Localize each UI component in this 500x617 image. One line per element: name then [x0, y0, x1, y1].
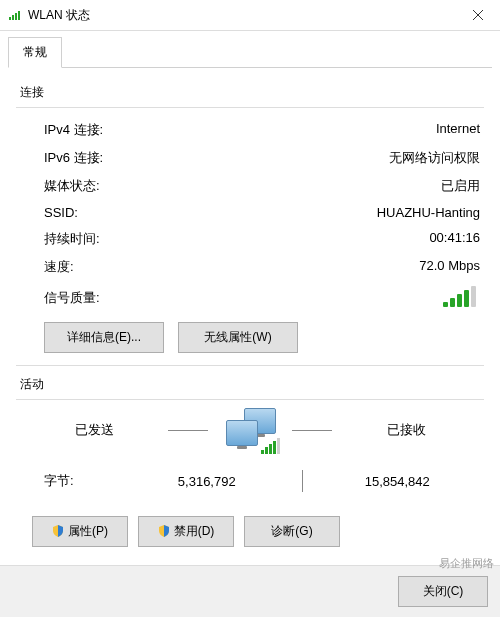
- content-area: 连接 IPv4 连接: Internet IPv6 连接: 无网络访问权限 媒体…: [0, 68, 500, 565]
- diagnose-button[interactable]: 诊断(G): [244, 516, 340, 547]
- row-ipv4: IPv4 连接: Internet: [16, 116, 484, 144]
- properties-button-label: 属性(P): [68, 524, 108, 538]
- signal-label: 信号质量:: [44, 289, 100, 307]
- activity-button-row: 属性(P) 禁用(D) 诊断(G): [16, 496, 484, 551]
- ipv4-label: IPv4 连接:: [44, 121, 103, 139]
- activity-group: 活动 已发送 已接收 字节: 5,316,792 15,854,842: [16, 376, 484, 551]
- activity-visual: 已发送 已接收: [16, 408, 484, 452]
- svg-rect-2: [15, 13, 17, 20]
- tab-general[interactable]: 常规: [8, 37, 62, 68]
- properties-button[interactable]: 属性(P): [32, 516, 128, 547]
- ssid-value: HUAZHU-Hanting: [377, 205, 480, 220]
- watermark-text: 易企推网络: [439, 556, 494, 571]
- duration-label: 持续时间:: [44, 230, 100, 248]
- bytes-row: 字节: 5,316,792 15,854,842: [16, 466, 484, 496]
- ipv4-value: Internet: [436, 121, 480, 139]
- wifi-icon: [8, 8, 22, 22]
- window-title: WLAN 状态: [28, 7, 455, 24]
- divider: [168, 430, 208, 431]
- tab-strip: 常规: [0, 31, 500, 68]
- connection-heading: 连接: [20, 84, 484, 101]
- bytes-sent-value: 5,316,792: [124, 474, 290, 489]
- row-media: 媒体状态: 已启用: [16, 172, 484, 200]
- signal-bars-icon: [443, 286, 476, 307]
- sent-label: 已发送: [34, 421, 154, 439]
- ipv6-value: 无网络访问权限: [389, 149, 480, 167]
- close-window-button[interactable]: [455, 0, 500, 30]
- divider: [16, 365, 484, 366]
- dialog-footer: 关闭(C): [0, 565, 500, 617]
- close-icon: [473, 10, 483, 20]
- received-label: 已接收: [346, 421, 466, 439]
- duration-value: 00:41:16: [429, 230, 480, 248]
- divider: [16, 399, 484, 400]
- details-button[interactable]: 详细信息(E)...: [44, 322, 164, 353]
- svg-rect-1: [12, 15, 14, 20]
- bytes-received-value: 15,854,842: [315, 474, 481, 489]
- wlan-status-window: WLAN 状态 常规 连接 IPv4 连接: Internet IPv6 连接:…: [0, 0, 500, 617]
- shield-icon: [52, 525, 64, 540]
- wireless-properties-button[interactable]: 无线属性(W): [178, 322, 298, 353]
- row-signal: 信号质量:: [16, 281, 484, 312]
- media-value: 已启用: [441, 177, 480, 195]
- ssid-label: SSID:: [44, 205, 78, 220]
- disable-button[interactable]: 禁用(D): [138, 516, 234, 547]
- close-button[interactable]: 关闭(C): [398, 576, 488, 607]
- bytes-label: 字节:: [44, 472, 124, 490]
- speed-label: 速度:: [44, 258, 74, 276]
- network-computers-icon: [222, 408, 278, 452]
- ipv6-label: IPv6 连接:: [44, 149, 103, 167]
- row-speed: 速度: 72.0 Mbps: [16, 253, 484, 281]
- titlebar: WLAN 状态: [0, 0, 500, 31]
- disable-button-label: 禁用(D): [174, 524, 215, 538]
- connection-button-row: 详细信息(E)... 无线属性(W): [16, 312, 484, 357]
- activity-heading: 活动: [20, 376, 484, 393]
- divider: [302, 470, 303, 492]
- divider: [292, 430, 332, 431]
- speed-value: 72.0 Mbps: [419, 258, 480, 276]
- shield-icon: [158, 525, 170, 540]
- media-label: 媒体状态:: [44, 177, 100, 195]
- row-ipv6: IPv6 连接: 无网络访问权限: [16, 144, 484, 172]
- svg-rect-0: [9, 17, 11, 20]
- svg-rect-3: [18, 11, 20, 20]
- divider: [16, 107, 484, 108]
- row-ssid: SSID: HUAZHU-Hanting: [16, 200, 484, 225]
- row-duration: 持续时间: 00:41:16: [16, 225, 484, 253]
